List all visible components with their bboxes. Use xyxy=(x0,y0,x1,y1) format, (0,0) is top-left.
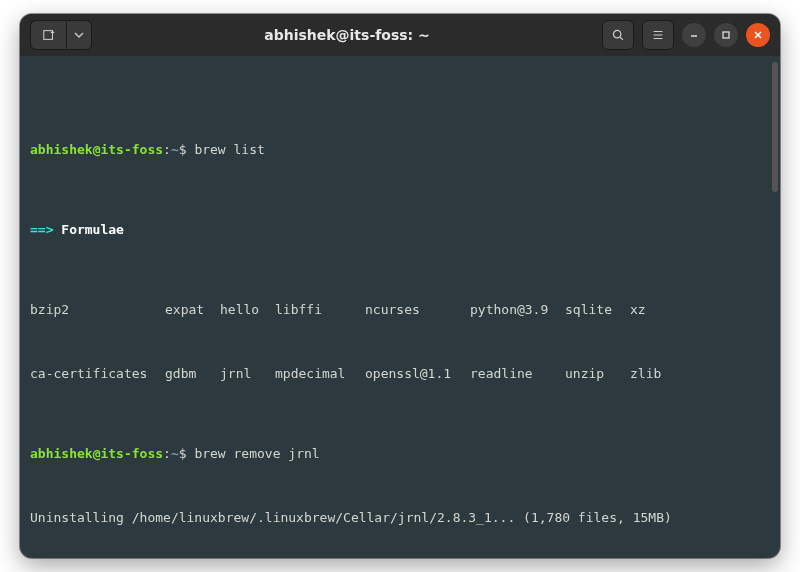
list1-row1: ca-certificatesgdbmjrnlmpdecimalopenssl@… xyxy=(30,366,770,382)
list1-row0: bzip2expathellolibffincursespython@3.9sq… xyxy=(30,302,770,318)
pkg: ncurses xyxy=(365,302,470,318)
maximize-button[interactable] xyxy=(714,23,738,47)
svg-line-4 xyxy=(620,37,623,40)
close-icon xyxy=(753,30,763,40)
chevron-down-icon xyxy=(74,30,84,40)
menu-button[interactable] xyxy=(642,20,674,50)
pkg: ca-certificates xyxy=(30,366,165,382)
window-title: abhishek@its-foss: ~ xyxy=(98,27,596,43)
scrollbar-thumb[interactable] xyxy=(772,62,778,192)
search-button[interactable] xyxy=(602,20,634,50)
titlebar-left-group xyxy=(30,20,92,50)
pkg: hello xyxy=(220,302,275,318)
search-icon xyxy=(611,28,625,42)
prompt-line-2: abhishek@its-foss:~$ brew remove jrnl xyxy=(30,446,770,462)
pkg: xz xyxy=(630,302,646,318)
remove-output: Uninstalling /home/linuxbrew/.linuxbrew/… xyxy=(30,510,770,526)
pkg: mpdecimal xyxy=(275,366,365,382)
pkg: python@3.9 xyxy=(470,302,565,318)
new-tab-icon xyxy=(42,28,56,42)
hamburger-icon xyxy=(651,28,665,42)
pkg: expat xyxy=(165,302,220,318)
pkg: libffi xyxy=(275,302,365,318)
minimize-icon xyxy=(689,30,699,40)
terminal-body[interactable]: abhishek@its-foss:~$ brew list ==> Formu… xyxy=(20,56,780,558)
heading-arrow: ==> xyxy=(30,222,61,237)
heading-text: Formulae xyxy=(61,222,124,237)
prompt-dollar: $ xyxy=(179,142,195,157)
prompt-line-1: abhishek@its-foss:~$ brew list xyxy=(30,142,770,158)
heading-formulae-1: ==> Formulae xyxy=(30,222,770,238)
svg-rect-9 xyxy=(723,32,729,38)
prompt-host: its-foss xyxy=(100,142,163,157)
minimize-button[interactable] xyxy=(682,23,706,47)
pkg: zlib xyxy=(630,366,661,382)
prompt-path: ~ xyxy=(171,142,179,157)
titlebar-right-group xyxy=(602,20,770,50)
pkg: gdbm xyxy=(165,366,220,382)
pkg: readline xyxy=(470,366,565,382)
prompt-user: abhishek xyxy=(30,142,93,157)
pkg: jrnl xyxy=(220,366,275,382)
pkg: unzip xyxy=(565,366,630,382)
command-2: brew remove jrnl xyxy=(194,446,319,461)
pkg: sqlite xyxy=(565,302,630,318)
svg-point-3 xyxy=(613,30,620,37)
new-tab-dropdown[interactable] xyxy=(66,20,92,50)
prompt-colon: : xyxy=(163,142,171,157)
new-tab-button[interactable] xyxy=(30,20,66,50)
close-button[interactable] xyxy=(746,23,770,47)
pkg: openssl@1.1 xyxy=(365,366,470,382)
titlebar: abhishek@its-foss: ~ xyxy=(20,14,780,56)
terminal-window: abhishek@its-foss: ~ abhishek@its-foss:~… xyxy=(20,14,780,558)
maximize-icon xyxy=(721,30,731,40)
pkg: bzip2 xyxy=(30,302,165,318)
command-1: brew list xyxy=(194,142,264,157)
